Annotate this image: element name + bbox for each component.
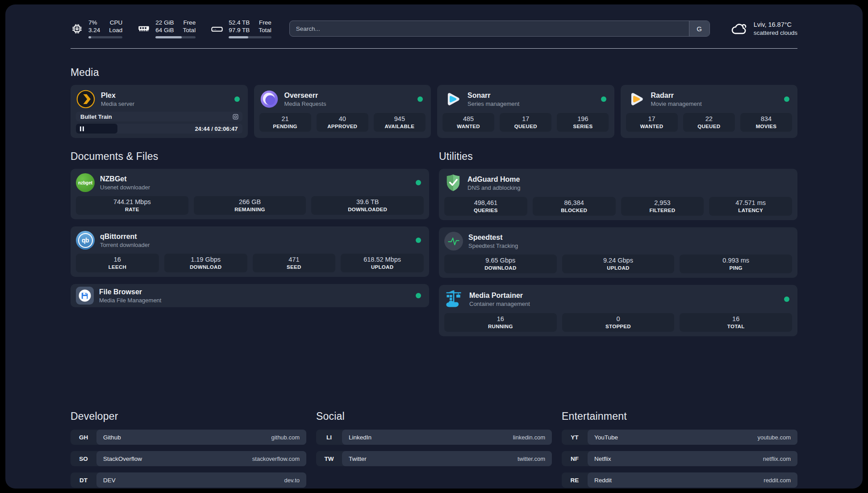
stat-tile: 618.52 MbpsUPLOAD [341,254,424,272]
stat-value: 47.571 ms [711,199,790,207]
link-name: Twitter [349,455,367,462]
middle-columns: Documents & Files nzbget NZBGet Usenet d… [71,150,797,343]
app-header: Overseerr Media Requests [259,89,426,109]
weather-location-temp: Lviv, 16.87°C [754,21,797,29]
status-dot-online [784,96,789,102]
app-description: Media File Management [99,297,161,304]
expand-icon[interactable] [232,113,239,120]
link-name: StackOverflow [103,455,142,462]
section-title-entertainment: Entertainment [562,410,797,422]
link-reddit[interactable]: RE Redditreddit.com [562,472,797,488]
memory-usage-bar [155,36,196,38]
link-github[interactable]: GH Githubgithub.com [71,430,306,445]
stat-value: 16 [78,255,157,264]
stats-row: 16LEECH 1.19 GbpsDOWNLOAD 471SEED 618.52… [76,254,424,272]
stat-tile: 86,384BLOCKED [533,197,616,216]
radarr-card[interactable]: Radarr Movie management 17WANTED 22QUEUE… [621,85,798,138]
entertainment-section: Entertainment YT YouTubeyoutube.com NF N… [562,410,797,489]
social-section: Social LI LinkedInlinkedin.com TW Twitte… [316,410,552,472]
memory-widget: 22 GiB 64 GiB Free Total [138,19,196,38]
section-title-social: Social [316,410,552,422]
link-url: youtube.com [758,434,791,441]
link-name: Github [103,434,121,441]
stat-tile: 0.993 msPING [680,255,792,273]
cpu-widget: 7% 3.24 CPU Load [71,19,122,38]
stat-tile: 0STOPPED [562,313,675,332]
search-input[interactable] [289,21,710,37]
stat-tile: 21PENDING [259,113,311,132]
link-dev-to[interactable]: DT DEVdev.to [71,472,306,488]
stat-tile: 16TOTAL [680,313,792,332]
app-description: Media server [101,100,134,108]
stat-tile: 16RUNNING [444,313,557,332]
link-url: reddit.com [764,477,791,484]
developer-section: Developer GH Githubgithub.com SO StackOv… [71,410,306,489]
stat-tile: 39.6 TBDOWNLOADED [311,196,424,215]
adguard-home-card[interactable]: AdGuard Home DNS and adblocking 498,461Q… [439,169,797,220]
file-browser-card[interactable]: File Browser Media File Management [71,284,429,307]
nzbget-card[interactable]: nzbget NZBGet Usenet downloader 744.21 M… [71,169,429,219]
plex-card[interactable]: Plex Media server Bullet Train 24:44 / 0… [71,85,248,138]
stat-label: DOWNLOAD [166,264,246,271]
stat-tile: 17QUEUED [500,113,551,132]
pause-button[interactable] [80,126,84,131]
memory-free-value: 22 GiB [155,19,174,26]
stat-value: 618.52 Mbps [342,255,422,264]
link-twitter[interactable]: TW Twittertwitter.com [316,451,552,466]
link-abbr-badge: SO [71,451,96,466]
disk-usage-bar [229,36,271,38]
stat-tile: 2,953FILTERED [621,197,704,216]
stat-label: RUNNING [446,323,555,330]
stat-tile: 40APPROVED [317,113,368,132]
stat-value: 40 [318,115,367,123]
links-grid: Developer GH Githubgithub.com SO StackOv… [71,410,797,489]
stats-row: 17WANTED 22QUEUED 834MOVIES [626,113,793,132]
cpu-usage-value: 7% [88,19,100,26]
sonarr-card[interactable]: Sonarr Series management 485WANTED 17QUE… [437,85,614,138]
playback-time: 24:44 / 02:06:47 [195,125,242,132]
disk-total-label: Total [259,26,271,34]
qbittorrent-card[interactable]: qb qBittorrent Torrent downloader 16LEEC… [71,226,429,277]
cpu-load-value: 3.24 [88,26,100,34]
media-grid: Plex Media server Bullet Train 24:44 / 0… [71,85,797,138]
stat-label: DOWNLOADED [313,206,422,213]
search-engine-button[interactable]: G [689,21,709,36]
stat-value: 17 [501,115,550,123]
stat-label: UPLOAD [342,264,422,271]
portainer-crane-icon [444,289,464,309]
link-linkedin[interactable]: LI LinkedInlinkedin.com [316,430,552,445]
adguard-shield-icon [444,173,462,193]
link-url: stackoverflow.com [252,455,300,462]
stat-tile: 945AVAILABLE [374,113,426,132]
stat-label: PING [681,265,790,272]
overseerr-card[interactable]: Overseerr Media Requests 21PENDING 40APP… [254,85,431,138]
app-name: Radarr [651,91,702,100]
disk-widget: 52.4 TB 97.9 TB Free Total [211,19,271,38]
playback-progress-bar[interactable]: 24:44 / 02:06:47 [76,124,242,134]
app-header: Sonarr Series management [442,89,609,109]
stat-label: WANTED [628,123,676,130]
link-youtube[interactable]: YT YouTubeyoutube.com [562,430,797,445]
link-stackoverflow[interactable]: SO StackOverflowstackoverflow.com [71,451,306,466]
speedtest-card[interactable]: Speedtest Speedtest Tracking 9.65 GbpsDO… [439,227,797,278]
app-header: Radarr Movie management [626,89,793,109]
app-name: Sonarr [467,91,519,100]
memory-total-label: Total [183,26,196,34]
system-stats: 7% 3.24 CPU Load [71,19,271,38]
status-dot-online [601,96,606,102]
nzbget-icon: nzbget [76,173,95,192]
link-abbr-badge: GH [71,430,96,445]
stat-label: FILTERED [623,207,702,214]
link-netflix[interactable]: NF Netflixnetflix.com [562,451,797,466]
top-bar: 7% 3.24 CPU Load [71,19,797,38]
app-description: Usenet downloader [100,184,150,191]
portainer-card[interactable]: Media Portainer Container management 16R… [439,285,797,336]
cpu-usage-bar [88,36,122,38]
stat-label: PENDING [261,123,309,130]
link-url: github.com [271,434,300,441]
app-header: File Browser Media File Management [76,287,424,305]
stat-value: 498,461 [446,199,526,207]
link-abbr-badge: DT [71,472,96,488]
link-url: netflix.com [763,455,791,462]
link-abbr-badge: RE [562,472,588,488]
